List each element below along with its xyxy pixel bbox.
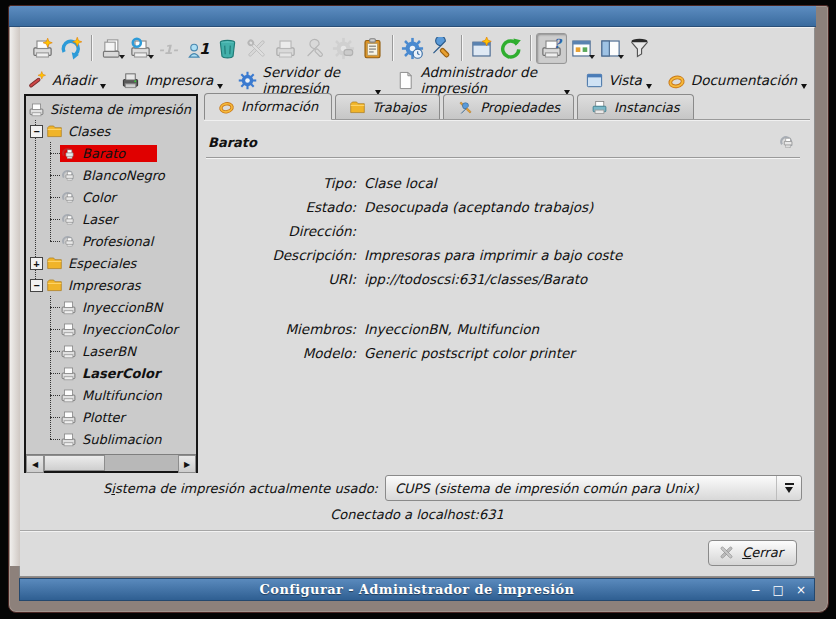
field-label: Dirección:: [206, 223, 364, 239]
scrollbar-thumb[interactable]: [44, 455, 105, 471]
tree-item-barato[interactable]: Barato: [26, 142, 196, 164]
configure-printer-button[interactable]: [242, 34, 271, 63]
maintenance-button[interactable]: [300, 34, 329, 63]
actions-button[interactable]: [329, 34, 358, 63]
tab-propiedades[interactable]: Propiedades: [443, 94, 574, 119]
close-window-button[interactable]: ×: [796, 584, 806, 596]
field-label: URI:: [206, 271, 364, 287]
close-button[interactable]: Cerrar: [708, 540, 797, 566]
tree-item-sistema-de-impresion[interactable]: Sistema de impresión: [26, 98, 196, 120]
printer-info-toggle[interactable]: ?: [536, 33, 567, 64]
tree-horizontal-scrollbar[interactable]: ◀ ▶: [26, 454, 196, 471]
svg-text:-1-: -1-: [159, 41, 179, 56]
tab-informacion[interactable]: Información: [204, 93, 332, 120]
menu-vista[interactable]: Vista: [585, 71, 651, 90]
tree-item-profesional[interactable]: Profesional: [26, 230, 196, 252]
field-value: Generic postscript color printer: [364, 345, 575, 361]
printer-small-icon: [60, 409, 77, 426]
trash-icon: [216, 37, 239, 60]
menu-documentacion[interactable]: Documentación: [667, 71, 806, 90]
minimize-button[interactable]: −: [751, 584, 761, 596]
tree-item-lasercolor[interactable]: LaserColor: [26, 362, 196, 384]
printer-state-button[interactable]: [126, 34, 155, 63]
gear-icon: [238, 71, 257, 90]
field-value: ipp://todoscsi:631/classes/Barato: [364, 271, 587, 287]
view-columns-icon: [599, 37, 622, 60]
menu-anadir[interactable]: Añadir: [28, 71, 105, 90]
maximize-button[interactable]: □: [773, 584, 784, 596]
server-wrench-icon: [430, 37, 453, 60]
user-default-icon: 1: [187, 37, 210, 60]
scroll-left-button[interactable]: ◀: [26, 455, 44, 473]
field-value: Desocupada (aceptando trabajos): [364, 199, 593, 215]
class-red-icon: [60, 145, 77, 162]
divider: [206, 157, 800, 159]
delete-button[interactable]: [213, 34, 242, 63]
folder-icon: [46, 255, 63, 272]
tree-item-laserbn[interactable]: LaserBN: [26, 340, 196, 362]
add-class-button[interactable]: [57, 34, 86, 63]
remove-default-button[interactable]: -1-: [155, 34, 184, 63]
view-mode-button[interactable]: [567, 34, 596, 63]
tree-item-inyeccioncolor[interactable]: InyeccionColor: [26, 318, 196, 340]
remove-default-icon: -1-: [158, 37, 181, 60]
scroll-right-button[interactable]: ▶: [178, 455, 196, 473]
expander-minus-icon[interactable]: −: [30, 279, 43, 292]
expander-minus-icon[interactable]: −: [30, 125, 43, 138]
tree-item-inyeccionbn[interactable]: InyeccionBN: [26, 296, 196, 318]
tools-icon: [245, 37, 268, 60]
tree-item-impresoras[interactable]: − Impresoras: [26, 274, 196, 296]
printer-small-icon: [60, 299, 77, 316]
class-icon: [60, 211, 77, 228]
tab-instancias[interactable]: Instancias: [577, 94, 694, 119]
test-page-button[interactable]: [271, 34, 300, 63]
wizard-button[interactable]: [467, 34, 496, 63]
menu-toolbar: Añadir Impresora Servidor de impresión A…: [20, 66, 814, 94]
class-icon: [60, 233, 77, 250]
server-tools-button[interactable]: [427, 34, 456, 63]
refresh-icon: [499, 37, 522, 60]
tree-item-plotter[interactable]: Plotter: [26, 406, 196, 428]
scrollbar-track[interactable]: [44, 455, 178, 471]
view-icons-icon: [570, 37, 593, 60]
printer-ring-icon: [129, 37, 152, 60]
toolbar-separator: [461, 35, 462, 61]
main-toolbar: -1- 1 ?: [20, 28, 814, 66]
view-layout-button[interactable]: [596, 34, 625, 63]
printer-small-icon: [60, 431, 77, 448]
tree-item-multifuncion[interactable]: Multifuncion: [26, 384, 196, 406]
scroll-right-icon: ▶: [184, 460, 190, 469]
set-user-default-button[interactable]: 1: [184, 34, 213, 63]
filter-button[interactable]: [625, 34, 654, 63]
server-gear-icon: [401, 37, 424, 60]
server-settings-button[interactable]: [398, 34, 427, 63]
tab-label: Instancias: [614, 100, 680, 115]
tree-item-blanconegro[interactable]: BlancoNegro: [26, 164, 196, 186]
window-bottom-edge: [9, 601, 828, 612]
tree-item-color[interactable]: Color: [26, 186, 196, 208]
field-label: Descripción:: [206, 247, 364, 263]
report-button[interactable]: [358, 34, 387, 63]
combo-arrow-button[interactable]: [776, 476, 801, 500]
print-system-select[interactable]: CUPS (sistema de impresión común para Un…: [385, 475, 802, 501]
menu-impresora[interactable]: Impresora: [121, 71, 222, 90]
menu-servidor-de-impresion[interactable]: Servidor de impresión: [238, 64, 380, 96]
menu-label: Administrador de impresión: [420, 64, 559, 96]
menu-administrador-de-impresion[interactable]: Administrador de impresión: [396, 64, 568, 96]
tab-trabajos[interactable]: Trabajos: [335, 94, 440, 119]
menu-label: Añadir: [52, 72, 96, 88]
printer-small-icon: [60, 387, 77, 404]
printer-tree: Sistema de impresión − Clases Barato Bla…: [26, 96, 196, 454]
field-label: Tipo:: [206, 175, 364, 191]
tree-item-clases[interactable]: − Clases: [26, 120, 196, 142]
printer-menu-icon: [121, 71, 140, 90]
instances-icon: [591, 99, 608, 116]
tree-item-laser[interactable]: Laser: [26, 208, 196, 230]
tree-item-especiales[interactable]: + Especiales: [26, 252, 196, 274]
expander-plus-icon[interactable]: +: [30, 257, 43, 270]
refresh-button[interactable]: [496, 34, 525, 63]
add-printer-button[interactable]: [28, 34, 57, 63]
print-button[interactable]: [97, 34, 126, 63]
tree-item-sublimacion[interactable]: Sublimacion: [26, 428, 196, 450]
window-titlebar[interactable]: Configurar - Administrador de impresión …: [19, 578, 815, 601]
